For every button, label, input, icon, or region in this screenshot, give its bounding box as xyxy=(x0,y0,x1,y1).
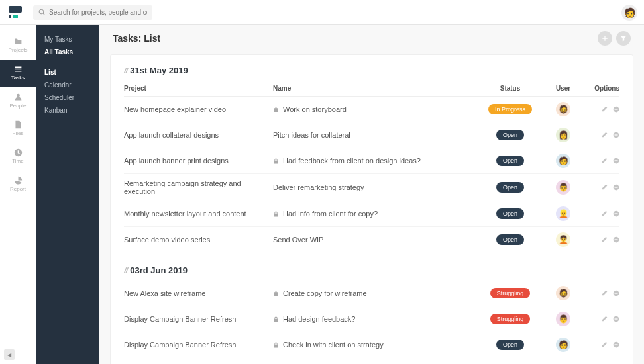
briefcase-icon xyxy=(273,107,279,113)
delete-icon[interactable] xyxy=(613,341,619,348)
status-badge: Open xyxy=(496,182,524,193)
briefcase-icon xyxy=(273,291,279,296)
edit-icon[interactable] xyxy=(601,341,608,348)
lock-icon xyxy=(273,211,279,217)
task-row[interactable]: App launch collateral designs Pitch idea… xyxy=(124,122,619,148)
delete-icon[interactable] xyxy=(613,184,619,191)
task-name: Work on storyboard xyxy=(273,105,477,113)
task-group: //03rd Jun 2019 New Alexa site wireframe… xyxy=(124,265,619,357)
edit-icon[interactable] xyxy=(601,316,608,322)
assignee-avatar[interactable]: 🧑‍🦱 xyxy=(556,232,570,247)
delete-icon[interactable] xyxy=(613,236,619,243)
col-name: Name xyxy=(273,85,477,92)
sidebar-sub-calendar[interactable]: Calendar xyxy=(44,79,91,91)
status-badge: Struggling xyxy=(490,288,531,298)
task-group: //31st May 2019Project Name Status User … xyxy=(124,66,619,252)
current-user-avatar[interactable]: 🧑 xyxy=(621,5,637,21)
assignee-avatar[interactable]: 🧔 xyxy=(556,102,570,116)
edit-icon[interactable] xyxy=(601,184,608,191)
search-icon xyxy=(38,9,46,16)
delete-icon[interactable] xyxy=(613,158,619,164)
search-box[interactable] xyxy=(33,5,152,20)
assignee-avatar[interactable]: 👩 xyxy=(556,128,570,142)
task-name: Pitch ideas for collateral xyxy=(273,131,477,139)
edit-icon[interactable] xyxy=(601,158,608,164)
delete-icon[interactable] xyxy=(613,106,619,113)
filter-button[interactable] xyxy=(616,31,631,46)
task-row[interactable]: New Alexa site wireframe Create copy for… xyxy=(124,281,619,306)
tasks-icon xyxy=(14,65,23,73)
task-row[interactable]: App launch banner print designs Had feed… xyxy=(124,148,619,174)
topbar: 🧑 xyxy=(0,0,644,25)
report-icon xyxy=(14,176,23,185)
rail-item-projects[interactable]: Projects xyxy=(0,32,36,60)
sidebar-sub-list[interactable]: List xyxy=(44,66,91,79)
task-project: Monthly newsletter layout and content xyxy=(124,210,273,218)
assignee-avatar[interactable]: 👨 xyxy=(556,312,570,326)
rail-label: Report xyxy=(10,186,26,192)
assignee-avatar[interactable]: 🧔 xyxy=(556,286,570,300)
task-project: New Alexa site wireframe xyxy=(124,289,273,297)
task-name: Had info from client for copy? xyxy=(273,210,477,218)
status-badge: Open xyxy=(496,234,524,245)
edit-icon[interactable] xyxy=(601,290,608,296)
add-button[interactable] xyxy=(598,31,612,46)
task-name: Had design feedback? xyxy=(273,315,477,323)
rail-label: People xyxy=(10,103,27,109)
task-project: Surface demo video series xyxy=(124,236,273,244)
sidebar: My TasksAll Tasks ListCalendarSchedulerK… xyxy=(36,25,99,364)
rail-item-tasks[interactable]: Tasks xyxy=(0,60,36,87)
task-row[interactable]: Surface demo video series Send Over WIP … xyxy=(124,227,619,252)
status-badge: In Progress xyxy=(488,104,532,114)
task-project: Remarketing campaign strategy and execut… xyxy=(124,179,273,195)
rail-label: Time xyxy=(12,158,23,164)
rail-item-files[interactable]: Files xyxy=(0,115,36,143)
rail-item-time[interactable]: Time xyxy=(0,143,36,171)
task-row[interactable]: Monthly newsletter layout and content Ha… xyxy=(124,201,619,227)
search-input[interactable] xyxy=(49,9,147,16)
column-headers: Project Name Status User Options xyxy=(124,81,619,97)
task-project: Display Campaign Banner Refresh xyxy=(124,341,273,349)
status-badge: Open xyxy=(496,208,524,219)
assignee-avatar[interactable]: 👨 xyxy=(556,180,570,195)
main: Tasks: List //31st May 2019Project Name … xyxy=(99,25,644,364)
edit-icon[interactable] xyxy=(601,132,608,138)
task-row[interactable]: Remarketing campaign strategy and execut… xyxy=(124,174,619,201)
main-header: Tasks: List xyxy=(99,25,644,52)
task-name: Had feedback from client on design ideas… xyxy=(273,157,477,165)
assignee-avatar[interactable]: 👱 xyxy=(556,206,570,221)
task-name: Deliver remarketing strategy xyxy=(273,183,477,191)
task-row[interactable]: New homepage explainer video Work on sto… xyxy=(124,97,619,122)
delete-icon[interactable] xyxy=(613,132,619,138)
delete-icon[interactable] xyxy=(613,316,619,322)
edit-icon[interactable] xyxy=(601,210,608,217)
plus-icon xyxy=(602,35,608,42)
edit-icon[interactable] xyxy=(601,236,608,243)
edit-icon[interactable] xyxy=(601,106,608,113)
rail-label: Tasks xyxy=(11,75,25,81)
task-name: Create copy for wireframe xyxy=(273,289,477,297)
task-name: Send Over WIP xyxy=(273,236,477,244)
rail-item-people[interactable]: People xyxy=(0,87,36,115)
rail-item-report[interactable]: Report xyxy=(0,171,36,199)
status-badge: Open xyxy=(496,340,524,350)
sidebar-sub-scheduler[interactable]: Scheduler xyxy=(44,91,91,104)
content-scroll[interactable]: //31st May 2019Project Name Status User … xyxy=(99,52,644,364)
page-title: Tasks: List xyxy=(113,33,160,44)
rail-collapse-button[interactable]: ◀ xyxy=(4,349,15,360)
col-user: User xyxy=(543,85,583,92)
rail-label: Files xyxy=(13,130,24,136)
delete-icon[interactable] xyxy=(613,210,619,217)
filter-icon xyxy=(620,35,627,42)
sidebar-item-all-tasks[interactable]: All Tasks xyxy=(44,46,91,58)
sidebar-sub-kanban[interactable]: Kanban xyxy=(44,104,91,116)
assignee-avatar[interactable]: 🧑 xyxy=(556,338,570,352)
task-row[interactable]: Display Campaign Banner Refresh Had desi… xyxy=(124,306,619,332)
task-row[interactable]: Display Campaign Banner Refresh Check in… xyxy=(124,332,619,357)
lock-icon xyxy=(273,342,279,348)
sidebar-item-my-tasks[interactable]: My Tasks xyxy=(44,33,91,46)
delete-icon[interactable] xyxy=(613,290,619,296)
task-project: App launch banner print designs xyxy=(124,157,273,165)
assignee-avatar[interactable]: 🧑 xyxy=(556,154,570,168)
status-badge: Open xyxy=(496,156,524,166)
